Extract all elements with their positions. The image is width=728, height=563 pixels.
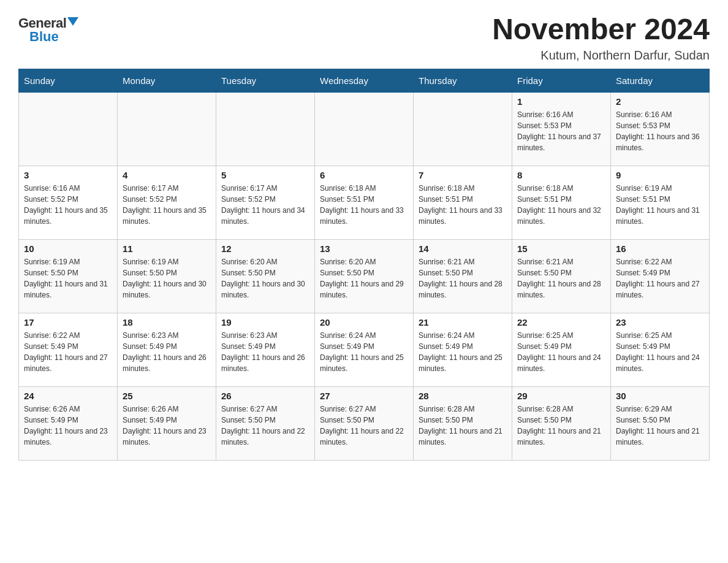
day-info: Sunrise: 6:24 AM Sunset: 5:49 PM Dayligh… [320, 330, 408, 374]
day-number: 18 [123, 317, 211, 327]
day-number: 13 [320, 243, 408, 254]
day-number: 29 [517, 391, 605, 401]
calendar-cell: 21Sunrise: 6:24 AM Sunset: 5:49 PM Dayli… [414, 313, 512, 387]
logo-blue-text: Blue [29, 29, 59, 45]
week-row-2: 3Sunrise: 6:16 AM Sunset: 5:52 PM Daylig… [19, 166, 710, 240]
day-number: 23 [616, 317, 704, 327]
calendar-cell: 2Sunrise: 6:16 AM Sunset: 5:53 PM Daylig… [611, 93, 710, 166]
day-info: Sunrise: 6:23 AM Sunset: 5:49 PM Dayligh… [123, 330, 211, 374]
day-number: 4 [123, 170, 211, 180]
calendar-cell: 20Sunrise: 6:24 AM Sunset: 5:49 PM Dayli… [315, 313, 414, 387]
day-info: Sunrise: 6:19 AM Sunset: 5:51 PM Dayligh… [616, 183, 704, 227]
calendar-cell: 5Sunrise: 6:17 AM Sunset: 5:52 PM Daylig… [216, 166, 315, 240]
day-number: 26 [221, 391, 309, 401]
header-monday: Monday [118, 69, 216, 93]
logo-triangle-icon [67, 17, 78, 26]
day-info: Sunrise: 6:28 AM Sunset: 5:50 PM Dayligh… [419, 404, 507, 448]
day-number: 12 [221, 243, 309, 254]
calendar-title: November 2024 [492, 12, 710, 46]
day-number: 30 [616, 391, 704, 401]
calendar-cell [315, 93, 414, 166]
day-number: 2 [616, 96, 704, 107]
day-info: Sunrise: 6:27 AM Sunset: 5:50 PM Dayligh… [320, 404, 408, 448]
day-number: 7 [419, 170, 507, 180]
calendar-cell: 12Sunrise: 6:20 AM Sunset: 5:50 PM Dayli… [216, 240, 315, 313]
calendar-cell [118, 93, 216, 166]
calendar-cell: 16Sunrise: 6:22 AM Sunset: 5:49 PM Dayli… [611, 240, 710, 313]
calendar-cell: 8Sunrise: 6:18 AM Sunset: 5:51 PM Daylig… [512, 166, 611, 240]
calendar-cell: 6Sunrise: 6:18 AM Sunset: 5:51 PM Daylig… [315, 166, 414, 240]
day-info: Sunrise: 6:17 AM Sunset: 5:52 PM Dayligh… [221, 183, 309, 227]
calendar-cell: 9Sunrise: 6:19 AM Sunset: 5:51 PM Daylig… [611, 166, 710, 240]
day-info: Sunrise: 6:16 AM Sunset: 5:52 PM Dayligh… [24, 183, 112, 227]
day-number: 21 [419, 317, 507, 327]
calendar-cell: 14Sunrise: 6:21 AM Sunset: 5:50 PM Dayli… [414, 240, 512, 313]
calendar-cell: 13Sunrise: 6:20 AM Sunset: 5:50 PM Dayli… [315, 240, 414, 313]
day-info: Sunrise: 6:28 AM Sunset: 5:50 PM Dayligh… [517, 404, 605, 448]
day-info: Sunrise: 6:25 AM Sunset: 5:49 PM Dayligh… [517, 330, 605, 374]
calendar-cell: 4Sunrise: 6:17 AM Sunset: 5:52 PM Daylig… [118, 166, 216, 240]
calendar-cell: 27Sunrise: 6:27 AM Sunset: 5:50 PM Dayli… [315, 387, 414, 461]
calendar-cell: 17Sunrise: 6:22 AM Sunset: 5:49 PM Dayli… [19, 313, 118, 387]
calendar-cell: 18Sunrise: 6:23 AM Sunset: 5:49 PM Dayli… [118, 313, 216, 387]
day-info: Sunrise: 6:16 AM Sunset: 5:53 PM Dayligh… [517, 109, 605, 153]
day-info: Sunrise: 6:22 AM Sunset: 5:49 PM Dayligh… [616, 256, 704, 301]
header-thursday: Thursday [414, 69, 512, 93]
calendar-cell: 7Sunrise: 6:18 AM Sunset: 5:51 PM Daylig… [414, 166, 512, 240]
page-header: General Blue November 2024 Kutum, Northe… [18, 12, 710, 63]
day-info: Sunrise: 6:16 AM Sunset: 5:53 PM Dayligh… [616, 109, 704, 153]
calendar-cell: 28Sunrise: 6:28 AM Sunset: 5:50 PM Dayli… [414, 387, 512, 461]
day-info: Sunrise: 6:26 AM Sunset: 5:49 PM Dayligh… [123, 404, 211, 448]
day-info: Sunrise: 6:17 AM Sunset: 5:52 PM Dayligh… [123, 183, 211, 227]
logo: General Blue [18, 12, 78, 45]
day-number: 15 [517, 243, 605, 254]
day-number: 9 [616, 170, 704, 180]
calendar-cell: 15Sunrise: 6:21 AM Sunset: 5:50 PM Dayli… [512, 240, 611, 313]
day-number: 10 [24, 243, 112, 254]
week-row-4: 17Sunrise: 6:22 AM Sunset: 5:49 PM Dayli… [19, 313, 710, 387]
day-info: Sunrise: 6:21 AM Sunset: 5:50 PM Dayligh… [419, 256, 507, 301]
calendar-cell: 23Sunrise: 6:25 AM Sunset: 5:49 PM Dayli… [611, 313, 710, 387]
calendar-cell: 29Sunrise: 6:28 AM Sunset: 5:50 PM Dayli… [512, 387, 611, 461]
location-subtitle: Kutum, Northern Darfur, Sudan [492, 48, 710, 63]
day-number: 3 [24, 170, 112, 180]
calendar-cell: 10Sunrise: 6:19 AM Sunset: 5:50 PM Dayli… [19, 240, 118, 313]
day-number: 16 [616, 243, 704, 254]
day-info: Sunrise: 6:24 AM Sunset: 5:49 PM Dayligh… [419, 330, 507, 374]
day-info: Sunrise: 6:18 AM Sunset: 5:51 PM Dayligh… [419, 183, 507, 227]
day-info: Sunrise: 6:27 AM Sunset: 5:50 PM Dayligh… [221, 404, 309, 448]
day-info: Sunrise: 6:23 AM Sunset: 5:49 PM Dayligh… [221, 330, 309, 374]
day-number: 14 [419, 243, 507, 254]
day-info: Sunrise: 6:22 AM Sunset: 5:49 PM Dayligh… [24, 330, 112, 374]
day-info: Sunrise: 6:20 AM Sunset: 5:50 PM Dayligh… [320, 256, 408, 301]
day-number: 22 [517, 317, 605, 327]
day-number: 24 [24, 391, 112, 401]
calendar-cell: 25Sunrise: 6:26 AM Sunset: 5:49 PM Dayli… [118, 387, 216, 461]
calendar-cell [414, 93, 512, 166]
day-info: Sunrise: 6:21 AM Sunset: 5:50 PM Dayligh… [517, 256, 605, 301]
header-sunday: Sunday [19, 69, 118, 93]
day-info: Sunrise: 6:26 AM Sunset: 5:49 PM Dayligh… [24, 404, 112, 448]
week-row-1: 1Sunrise: 6:16 AM Sunset: 5:53 PM Daylig… [19, 93, 710, 166]
calendar-cell [19, 93, 118, 166]
week-row-3: 10Sunrise: 6:19 AM Sunset: 5:50 PM Dayli… [19, 240, 710, 313]
day-number: 17 [24, 317, 112, 327]
day-number: 20 [320, 317, 408, 327]
week-row-5: 24Sunrise: 6:26 AM Sunset: 5:49 PM Dayli… [19, 387, 710, 461]
calendar-cell: 26Sunrise: 6:27 AM Sunset: 5:50 PM Dayli… [216, 387, 315, 461]
header-wednesday: Wednesday [315, 69, 414, 93]
day-info: Sunrise: 6:19 AM Sunset: 5:50 PM Dayligh… [24, 256, 112, 301]
day-info: Sunrise: 6:20 AM Sunset: 5:50 PM Dayligh… [221, 256, 309, 301]
header-friday: Friday [512, 69, 611, 93]
day-number: 19 [221, 317, 309, 327]
calendar-cell: 11Sunrise: 6:19 AM Sunset: 5:50 PM Dayli… [118, 240, 216, 313]
calendar-cell: 24Sunrise: 6:26 AM Sunset: 5:49 PM Dayli… [19, 387, 118, 461]
day-info: Sunrise: 6:18 AM Sunset: 5:51 PM Dayligh… [320, 183, 408, 227]
title-section: November 2024 Kutum, Northern Darfur, Su… [492, 12, 710, 63]
calendar-table: SundayMondayTuesdayWednesdayThursdayFrid… [18, 69, 710, 461]
day-number: 6 [320, 170, 408, 180]
day-number: 5 [221, 170, 309, 180]
day-number: 1 [517, 96, 605, 107]
day-info: Sunrise: 6:25 AM Sunset: 5:49 PM Dayligh… [616, 330, 704, 374]
day-number: 28 [419, 391, 507, 401]
